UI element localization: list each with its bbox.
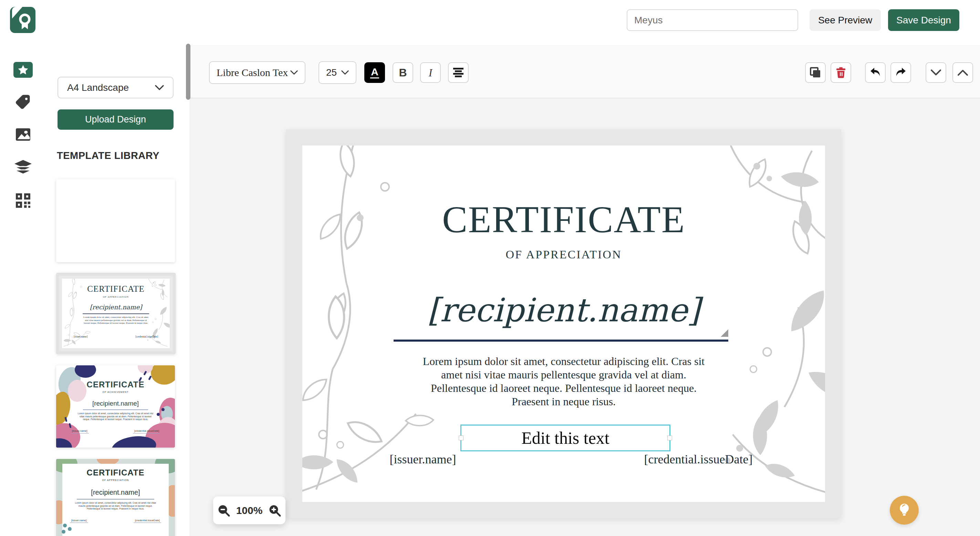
bold-button[interactable]: B	[393, 62, 413, 83]
app-logo	[9, 6, 36, 34]
template-issue-date: [credential.issueDate]	[133, 429, 161, 433]
template-thumbnail-abstract-achievement[interactable]: CERTIFICATE OF ACHIEVEMENT [recipient.na…	[56, 365, 175, 447]
duplicate-button[interactable]	[805, 62, 826, 83]
see-preview-label: See Preview	[818, 15, 872, 26]
template-thumbnail-floral-selected[interactable]: CERTIFICATE OF APPRECIATION [recipient.n…	[56, 273, 176, 354]
template-issuer: [issuer.name]	[71, 429, 89, 433]
text-color-button[interactable]: A	[364, 62, 385, 83]
template-body: Lorem ipsum dolor sit amet, consectetur …	[78, 412, 154, 421]
italic-icon: I	[429, 67, 433, 79]
chevron-up-icon	[958, 70, 968, 76]
delete-button[interactable]	[830, 62, 851, 83]
design-panel: A4 Landscape Upload Design TEMPLATE LIBR…	[46, 0, 190, 536]
redo-icon	[895, 67, 906, 78]
redo-button[interactable]	[891, 62, 911, 83]
duplicate-icon	[810, 67, 821, 78]
italic-button[interactable]: I	[420, 62, 441, 83]
bold-icon: B	[399, 67, 407, 79]
sidebar-item-templates[interactable]	[0, 58, 46, 82]
template-issue-date: [credential.issueDate]	[134, 519, 161, 523]
template-title: CERTIFICATE	[62, 284, 170, 294]
template-issue-date: [credential.issueDate]	[135, 335, 158, 338]
text-align-button[interactable]	[448, 62, 469, 83]
move-up-button[interactable]	[953, 62, 973, 83]
see-preview-button[interactable]: See Preview	[810, 9, 881, 31]
recipient-underline	[394, 339, 728, 342]
tag-icon	[15, 94, 31, 111]
resize-handle[interactable]	[721, 329, 728, 337]
top-bar: See Preview Save Design	[0, 0, 980, 45]
chevron-down-icon	[155, 85, 164, 90]
template-underline	[83, 313, 149, 314]
image-icon	[15, 126, 31, 143]
design-name-input[interactable]	[627, 9, 798, 31]
panel-scrollbar-thumb[interactable]	[186, 44, 191, 100]
font-size-value: 25	[326, 67, 337, 78]
template-thumbnail-blank[interactable]	[56, 179, 175, 262]
font-size-select[interactable]: 25	[318, 61, 356, 84]
template-underline	[83, 409, 148, 410]
zoom-control: 100%	[213, 496, 285, 524]
template-library-heading: TEMPLATE LIBRARY	[57, 150, 159, 161]
zoom-level-value: 100%	[236, 505, 263, 516]
zoom-in-button[interactable]	[267, 503, 282, 518]
template-subtitle: OF ACHIEVEMENT	[56, 391, 175, 393]
font-family-select[interactable]: Libre Caslon Tex	[209, 61, 305, 84]
certificate-body-text[interactable]: Lorem ipsum dolor sit amet, consectetur …	[415, 355, 712, 408]
selected-text-element[interactable]: Edit this text	[460, 425, 670, 451]
certificate-design-editor: See Preview Save Design	[0, 0, 980, 536]
template-issuer: [issuer.name]	[74, 335, 88, 338]
zoom-out-button[interactable]	[216, 503, 231, 518]
zoom-in-icon	[268, 504, 281, 517]
issue-date-text[interactable]: [credential.issueDate]	[630, 452, 767, 466]
certificate-artboard[interactable]: CERTIFICATE OF APPRECIATION [recipient.n…	[286, 129, 841, 518]
issuer-name-text[interactable]: [issuer.name]	[364, 452, 481, 466]
chevron-down-icon	[290, 70, 298, 75]
layers-icon	[14, 160, 32, 176]
font-family-value: Libre Caslon Tex	[216, 67, 288, 78]
template-body: Lorem ipsum dolor sit amet, consectetur …	[82, 316, 150, 325]
zoom-out-icon	[217, 504, 231, 517]
sidebar-item-layers[interactable]	[0, 155, 46, 179]
star-badge-icon	[13, 62, 33, 78]
sidebar-item-images[interactable]	[0, 122, 46, 147]
sidebar-item-qr-code[interactable]	[0, 189, 46, 212]
template-title: CERTIFICATE	[56, 468, 175, 477]
undo-icon	[870, 67, 881, 78]
template-issuer: [issuer.name]	[70, 519, 88, 523]
selection-handle-right[interactable]	[667, 436, 672, 440]
template-subtitle: OF APPRECIATION	[56, 479, 175, 481]
page-size-select[interactable]: A4 Landscape	[57, 77, 173, 98]
upload-design-button[interactable]: Upload Design	[57, 109, 173, 130]
icon-rail	[0, 0, 46, 536]
sidebar-item-attributes[interactable]	[0, 90, 46, 114]
certificate-subtitle-text[interactable]: OF APPRECIATION	[302, 248, 825, 261]
save-design-button[interactable]: Save Design	[888, 9, 959, 31]
template-floral-preview: CERTIFICATE OF APPRECIATION [recipient.n…	[59, 276, 173, 351]
text-toolbar: Libre Caslon Tex 25 A B I	[190, 45, 980, 98]
template-recipient: [recipient.name]	[62, 303, 170, 311]
move-down-button[interactable]	[926, 62, 946, 83]
template-underline	[77, 499, 154, 500]
lightbulb-icon	[897, 503, 911, 518]
template-body: Lorem ipsum dolor sit amet, consectetur …	[73, 501, 158, 511]
design-canvas: CERTIFICATE OF APPRECIATION [recipient.n…	[190, 98, 980, 536]
template-thumbnail-pastel-appreciation[interactable]: CERTIFICATE OF APPRECIATION [recipient.n…	[56, 459, 175, 536]
selection-handle-left[interactable]	[459, 436, 463, 440]
undo-button[interactable]	[865, 62, 886, 83]
template-pastel-preview: CERTIFICATE OF APPRECIATION [recipient.n…	[56, 459, 175, 536]
chevron-down-icon	[341, 70, 349, 75]
align-center-icon	[452, 67, 464, 78]
certificate-title-text[interactable]: CERTIFICATE	[302, 198, 825, 241]
chevron-down-icon	[931, 70, 941, 76]
template-recipient: [recipient.name]	[56, 488, 175, 496]
tips-fab-button[interactable]	[890, 496, 919, 525]
edit-this-text[interactable]: Edit this text	[521, 428, 609, 448]
template-title: CERTIFICATE	[56, 380, 175, 389]
page-size-value: A4 Landscape	[67, 82, 129, 93]
template-abstract-preview: CERTIFICATE OF ACHIEVEMENT [recipient.na…	[56, 365, 175, 447]
recipient-name-text[interactable]: [recipient.name]	[302, 292, 825, 329]
underlined-a-icon: A	[370, 67, 379, 78]
save-design-label: Save Design	[896, 15, 951, 26]
template-recipient: [recipient.name]	[56, 400, 175, 408]
